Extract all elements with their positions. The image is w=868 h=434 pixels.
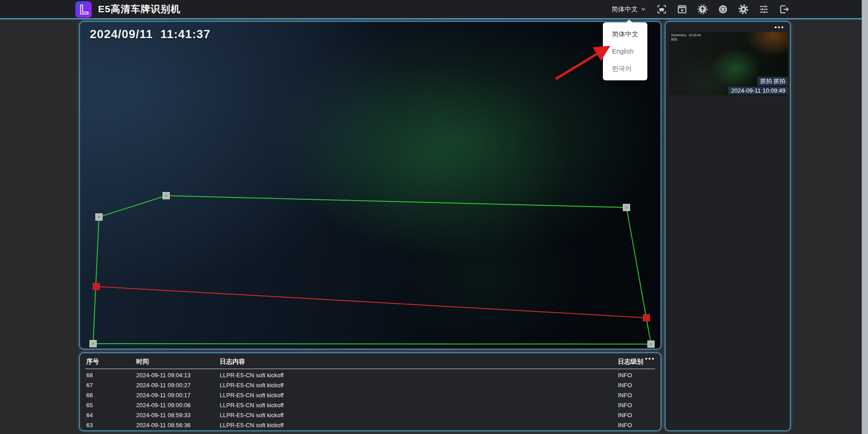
zone-vertex-dot (626, 207, 627, 208)
restart-icon (718, 4, 728, 15)
zone-vertex-dot (98, 216, 100, 218)
settings-button[interactable] (736, 2, 750, 16)
log-col-content: 日志内容 (220, 358, 618, 366)
log-more-icon[interactable]: ●●● (645, 356, 655, 361)
log-cell-time: 2024-09-11 08:59:33 (136, 412, 220, 419)
video-playback-button[interactable] (675, 2, 689, 16)
log-cell-index: 64 (86, 412, 136, 419)
log-cell-time: 2024-09-11 09:00:06 (136, 402, 220, 409)
log-row: 642024-09-11 08:59:33LLPR-E5-CN soft kic… (80, 410, 661, 420)
log-col-time: 时间 (136, 358, 220, 366)
log-cell-level: INFO (618, 412, 654, 419)
page-title: E5高清车牌识别机 (98, 3, 181, 15)
plate-scan-button[interactable] (655, 2, 668, 16)
snapshot-time: 2024-09-11 10:09:49 (728, 87, 788, 94)
snapshot-sidebar: ●●● 2024/09/11 10:09:49抓拍 抓拍 抓拍 2024-09-… (665, 21, 791, 431)
log-cell-level: INFO (618, 392, 654, 399)
video-playback-icon (677, 4, 687, 15)
log-cell-content: LLPR-E5-CN soft kickoff (220, 392, 618, 399)
log-cell-index: 63 (86, 422, 136, 429)
log-cell-content: LLPR-E5-CN soft kickoff (220, 372, 618, 379)
language-selector[interactable]: 简体中文 (610, 0, 648, 18)
log-rows: 682024-09-11 09:04:13LLPR-E5-CN soft kic… (80, 370, 661, 430)
trigger-line (96, 286, 646, 318)
line-endpoint-handle[interactable] (93, 283, 100, 290)
log-cell-level: INFO (618, 372, 654, 379)
log-cell-content: LLPR-E5-CN soft kickoff (220, 382, 618, 389)
chevron-down-icon (641, 6, 646, 12)
upgrade-button[interactable] (695, 2, 709, 16)
log-row: 662024-09-11 09:00:17LLPR-E5-CN soft kic… (80, 390, 661, 400)
log-cell-index: 67 (86, 382, 136, 389)
language-selected-label: 简体中文 (612, 5, 638, 14)
header-divider (0, 18, 862, 20)
gear-icon (738, 4, 749, 15)
plate-scan-icon (656, 4, 667, 15)
header-bar: E5高清车牌识别机 简体中文 (0, 0, 868, 18)
snapshot-thumbnail[interactable]: 2024/09/11 10:09:49抓拍 抓拍 抓拍 2024-09-11 1… (669, 32, 788, 95)
video-timestamp: 2024/09/11 11:41:37 (90, 27, 211, 41)
app-window: E5高清车牌识别机 简体中文 (0, 0, 868, 434)
log-col-index: 序号 (86, 358, 136, 366)
log-cell-time: 2024-09-11 09:00:17 (136, 392, 220, 399)
snapshot-label: 抓拍 抓拍 (757, 77, 788, 86)
language-option-zh[interactable]: 简体中文 (603, 25, 647, 43)
log-header-separator (85, 369, 655, 369)
annotation-arrow (550, 43, 616, 84)
log-cell-index: 66 (86, 392, 136, 399)
logout-icon (779, 4, 789, 15)
detection-zone-polygon (93, 196, 651, 344)
log-cell-time: 2024-09-11 08:56:36 (136, 422, 220, 429)
app-logo (75, 1, 92, 18)
zone-vertex-dot (165, 195, 167, 197)
logout-button[interactable] (777, 2, 791, 16)
log-row: 632024-09-11 08:56:36LLPR-E5-CN soft kic… (80, 420, 661, 430)
sidebar-more-icon[interactable]: ●●● (774, 25, 784, 30)
parameters-button[interactable] (757, 2, 770, 16)
log-cell-content: LLPR-E5-CN soft kickoff (220, 422, 618, 429)
log-panel: ●●● 序号 时间 日志内容 日志级别 682024-09-11 09:04:1… (79, 352, 661, 431)
log-cell-level: INFO (618, 382, 654, 389)
log-table-header: 序号 时间 日志内容 日志级别 (80, 355, 661, 369)
log-row: 672024-09-11 09:00:27LLPR-E5-CN soft kic… (80, 380, 661, 390)
log-cell-index: 65 (86, 402, 136, 409)
log-cell-index: 68 (86, 372, 136, 379)
upgrade-icon (697, 4, 708, 15)
zone-vertex-dot (92, 343, 94, 345)
log-row: 682024-09-11 09:04:13LLPR-E5-CN soft kic… (80, 370, 661, 380)
logo-l-icon (78, 4, 89, 15)
zone-vertex-dot (650, 343, 652, 345)
sliders-icon (759, 4, 769, 15)
log-cell-time: 2024-09-11 09:00:27 (136, 382, 220, 389)
log-cell-time: 2024-09-11 09:04:13 (136, 372, 220, 379)
log-cell-level: INFO (618, 422, 654, 429)
log-cell-content: LLPR-E5-CN soft kickoff (220, 402, 618, 409)
log-cell-content: LLPR-E5-CN soft kickoff (220, 412, 618, 419)
log-cell-level: INFO (618, 402, 654, 409)
restart-button[interactable] (716, 2, 730, 16)
vertical-scrollbar[interactable] (862, 0, 868, 434)
log-row: 652024-09-11 09:00:06LLPR-E5-CN soft kic… (80, 400, 661, 410)
line-endpoint-handle[interactable] (643, 314, 650, 321)
snapshot-osd-text: 2024/09/11 10:09:49抓拍 (671, 33, 701, 41)
